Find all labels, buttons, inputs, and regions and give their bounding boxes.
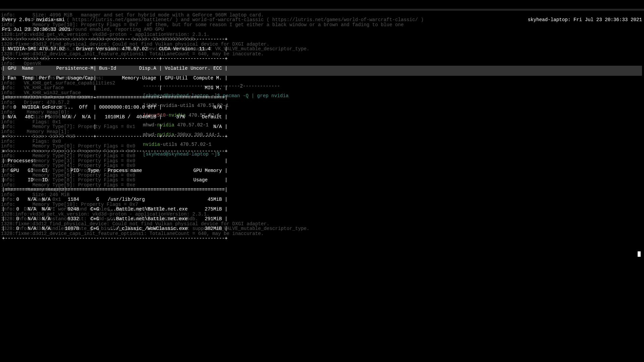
smi-process-row: | 0 N/A N/A 9248 C+G ...Battle.net\Battl… xyxy=(2,207,642,212)
watch-host-time: skyhead-laptop: Fri Jul 23 20:36:33 2021 xyxy=(528,17,642,22)
smi-process-row: | 0 N/A N/A 1184 G /usr/lib/Xorg 45MiB | xyxy=(2,197,642,202)
smi-border: +---------------------------------------… xyxy=(2,149,642,154)
smi-processes-header: | Processes: | xyxy=(2,159,642,163)
smi-border: |-------------------------------+-------… xyxy=(2,56,642,61)
smi-processes-cols: | ID ID Usage | xyxy=(2,178,642,182)
smi-gpu-row: | N/A 48C P5 N/A / N/A | 1010MiB / 4046M… xyxy=(2,115,642,119)
smi-border: +---------------------------------------… xyxy=(2,37,642,42)
smi-header-row: | Fan Temp Perf Pwr:Usage/Cap| Memory-Us… xyxy=(2,76,642,80)
smi-version-row: | NVIDIA-SMI 470.57.02 Driver Version: 4… xyxy=(2,47,642,51)
smi-processes-cols: | GPU GI CI PID Type Process name GPU Me… xyxy=(2,168,642,173)
smi-header-row: | GPU Name Persistence-M| Bus-Id Disp.A … xyxy=(2,66,642,71)
smi-border: +-------------------------------+-------… xyxy=(2,134,642,139)
smi-process-row: | 0 N/A N/A 10878 C+G .../_classic_/WoWC… xyxy=(2,226,642,231)
watch-date: Fri Jul 23 20:36:33 2021 xyxy=(2,27,642,32)
smi-border: +---------------------------------------… xyxy=(2,236,642,241)
smi-process-row: | 0 N/A N/A 9332 C+G ...Battle.net\Battl… xyxy=(2,217,642,221)
cursor-block-icon xyxy=(638,251,641,257)
watch-cmd: Every 2.0s: nvidia-smi xyxy=(2,17,65,22)
smi-header-row: | | | MIG M. | xyxy=(2,85,642,90)
smi-border: |=======================================… xyxy=(2,187,642,192)
smi-gpu-row: | 0 NVIDIA GeForce ... Off | 00000000:01… xyxy=(2,105,642,110)
terminal-tab-bar[interactable] xyxy=(0,9,644,11)
watch-terminal-pane[interactable]: Every 2.0s: nvidia-smiskyhead-laptop: Fr… xyxy=(2,13,642,246)
watch-header: Every 2.0s: nvidia-smiskyhead-laptop: Fr… xyxy=(2,17,642,22)
smi-gpu-row: | | | N/A | xyxy=(2,124,642,129)
smi-border: |===============================+=======… xyxy=(2,95,642,100)
